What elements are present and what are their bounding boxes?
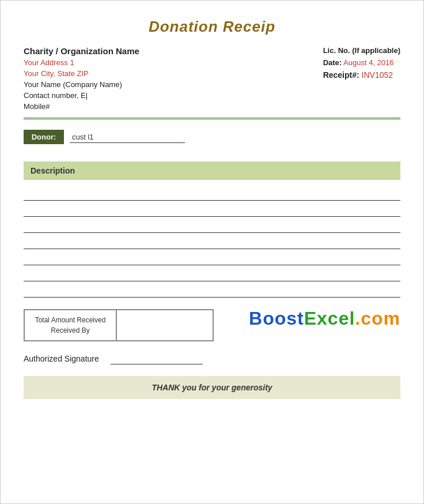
signature-line bbox=[111, 353, 203, 364]
donor-input[interactable] bbox=[70, 131, 185, 143]
contact: Contact number, E| bbox=[24, 91, 139, 100]
header-left: Charity / Organization Name Your Address… bbox=[24, 46, 139, 111]
donation-receipt-page: Donation Receip Charity / Organization N… bbox=[0, 0, 424, 504]
logo-com: com bbox=[361, 308, 400, 329]
page-title: Donation Receip bbox=[24, 18, 400, 36]
address2: Your City, State ZIP bbox=[24, 69, 139, 78]
logo-x: x bbox=[317, 308, 328, 329]
date-row: Date: August 4, 2016 bbox=[323, 58, 394, 67]
desc-line-3 bbox=[24, 217, 400, 233]
total-label-line2: Received By bbox=[51, 325, 89, 336]
receipt-label: Receipt#: bbox=[323, 70, 359, 80]
logo-l: l bbox=[349, 308, 355, 329]
description-lines bbox=[24, 185, 400, 298]
logo-b: B bbox=[249, 308, 263, 329]
donor-label: Donor: bbox=[24, 130, 64, 144]
date-value: August 4, 2016 bbox=[343, 58, 393, 67]
total-label-cell: Total Amount Received Received By bbox=[24, 310, 116, 341]
logo-o: o bbox=[263, 308, 275, 329]
description-header: Description bbox=[24, 161, 400, 180]
logo-c: c bbox=[328, 308, 339, 329]
total-value-cell bbox=[116, 310, 213, 341]
logo-dot: . bbox=[355, 308, 361, 329]
boost-logo: BoostExcel.com bbox=[249, 309, 400, 328]
header-section: Charity / Organization Name Your Address… bbox=[24, 46, 400, 111]
logo-s: s bbox=[286, 308, 297, 329]
header-right: Lic. No. (If applicable) Date: August 4,… bbox=[323, 46, 400, 80]
logo-o2: o bbox=[275, 308, 287, 329]
signature-section: Authorized Signature bbox=[24, 353, 400, 364]
mobile: Mobile# bbox=[24, 102, 139, 111]
receipt-value: INV1052 bbox=[362, 70, 393, 80]
signature-label: Authorized Signature bbox=[24, 354, 99, 363]
desc-line-4 bbox=[24, 233, 400, 249]
company-name: Your Name (Company Name) bbox=[24, 80, 139, 89]
lic-label: Lic. No. (If applicable) bbox=[323, 46, 400, 55]
logo-t: t bbox=[297, 308, 304, 329]
date-label: Date: bbox=[323, 58, 342, 67]
desc-line-7 bbox=[24, 281, 400, 298]
footer-bar: THANK you for your generosity bbox=[24, 376, 400, 399]
total-label-line1: Total Amount Received bbox=[35, 315, 106, 325]
desc-line-1 bbox=[24, 185, 400, 201]
logo-e2: e bbox=[339, 308, 350, 329]
total-table: Total Amount Received Received By bbox=[24, 309, 214, 341]
desc-line-2 bbox=[24, 201, 400, 217]
org-name: Charity / Organization Name bbox=[24, 46, 139, 56]
desc-line-6 bbox=[24, 265, 400, 281]
logo-e: E bbox=[304, 308, 317, 329]
receipt-row: Receipt#: INV1052 bbox=[323, 70, 393, 80]
desc-line-5 bbox=[24, 249, 400, 265]
header-divider bbox=[24, 118, 400, 119]
address1: Your Address 1 bbox=[24, 58, 139, 67]
bottom-section: Total Amount Received Received By BoostE… bbox=[24, 309, 400, 341]
donor-section: Donor: bbox=[24, 130, 400, 144]
